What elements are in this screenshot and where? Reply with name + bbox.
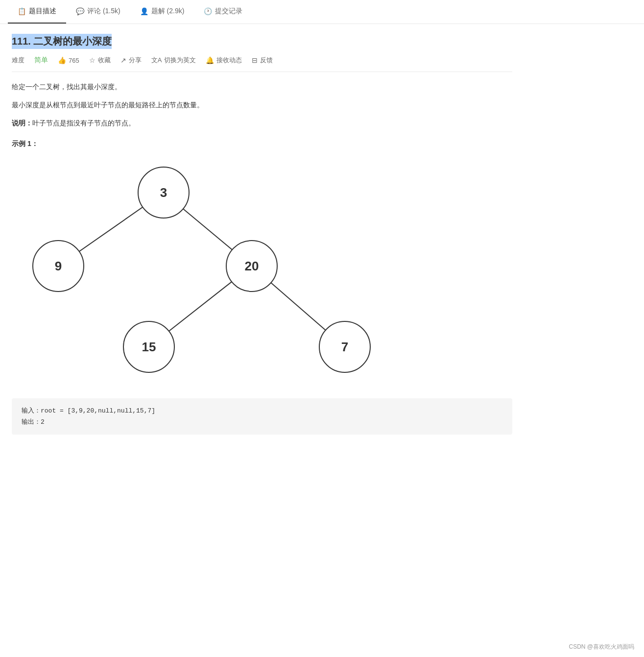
node-left-label: 9 xyxy=(55,259,62,273)
tab-comments[interactable]: 💬评论 (1.5k) xyxy=(66,0,130,24)
problem-title: 111. 二叉树的最小深度 xyxy=(12,34,112,49)
star-icon: ☆ xyxy=(89,56,95,64)
tree-diagram: 3 9 20 15 7 xyxy=(12,153,512,389)
description-text: 给定一个二叉树，找出其最小深度。 最小深度是从根节点到最近叶子节点的最短路径上的… xyxy=(12,81,512,130)
thumbs-up-icon: 👍 xyxy=(58,56,66,64)
example-title: 示例 1： xyxy=(12,140,512,148)
description-icon: 📋 xyxy=(18,7,26,15)
collect-button[interactable]: ☆ 收藏 xyxy=(89,56,111,65)
tree-svg: 3 9 20 15 7 xyxy=(12,153,404,389)
tabs-bar: 📋题目描述💬评论 (1.5k)👤题解 (2.9k)🕐提交记录 xyxy=(0,0,644,24)
desc-line-3: 说明：叶子节点是指没有子节点的节点。 xyxy=(12,117,512,129)
content-area: 111. 二叉树的最小深度 难度 简单 👍 765 ☆ 收藏 ↗ 分享 文A 切… xyxy=(0,24,524,444)
node-right-label: 20 xyxy=(245,259,259,273)
feedback-button[interactable]: ⊟ 反馈 xyxy=(252,56,273,65)
feedback-icon: ⊟ xyxy=(252,56,258,64)
node-rr-label: 7 xyxy=(341,340,348,354)
translate-button[interactable]: 文A 切换为英文 xyxy=(151,56,196,65)
desc-line-2: 最小深度是从根节点到最近叶子节点的最短路径上的节点数量。 xyxy=(12,99,512,111)
submissions-icon: 🕐 xyxy=(204,7,212,15)
desc-line-1: 给定一个二叉树，找出其最小深度。 xyxy=(12,81,512,93)
comments-icon: 💬 xyxy=(76,7,84,15)
difficulty-label: 难度 xyxy=(12,56,24,65)
notify-button[interactable]: 🔔 接收动态 xyxy=(206,56,242,65)
bell-icon: 🔔 xyxy=(206,56,214,64)
difficulty-value: 简单 xyxy=(34,56,48,65)
likes-count: 765 xyxy=(69,57,79,64)
meta-row: 难度 简单 👍 765 ☆ 收藏 ↗ 分享 文A 切换为英文 🔔 接收动态 ⊟ … xyxy=(12,56,512,72)
output-line: 输出：2 xyxy=(22,416,502,428)
node-root-label: 3 xyxy=(160,185,167,200)
share-button[interactable]: ↗ 分享 xyxy=(120,56,142,65)
tab-description[interactable]: 📋题目描述 xyxy=(8,0,66,24)
tab-submissions[interactable]: 🕐提交记录 xyxy=(194,0,252,24)
solutions-icon: 👤 xyxy=(140,7,148,15)
code-block: 输入：root = [3,9,20,null,null,15,7] 输出：2 xyxy=(12,398,512,435)
translate-icon: 文A xyxy=(151,56,162,65)
node-rl-label: 15 xyxy=(142,340,156,354)
likes-item[interactable]: 👍 765 xyxy=(58,56,79,64)
share-icon: ↗ xyxy=(120,56,126,64)
input-line: 输入：root = [3,9,20,null,null,15,7] xyxy=(22,405,502,416)
tab-solutions[interactable]: 👤题解 (2.9k) xyxy=(130,0,194,24)
